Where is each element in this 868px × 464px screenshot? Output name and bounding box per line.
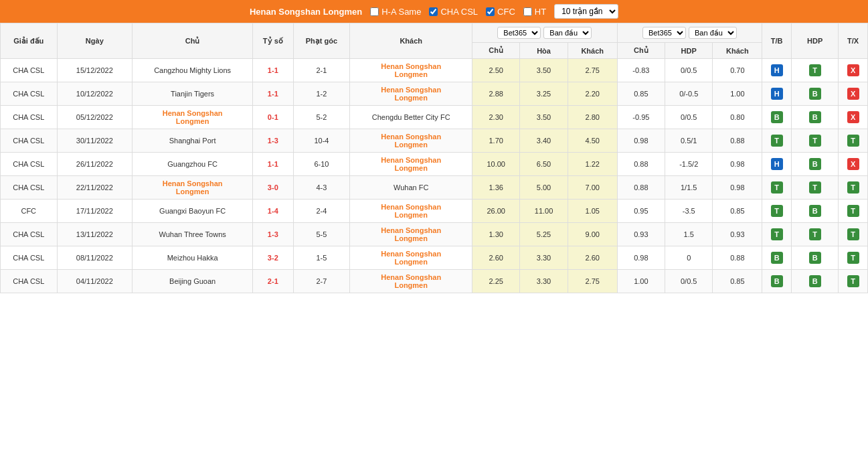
tb-badge: T	[771, 205, 783, 217]
table-row: CHA CSL 08/11/2022 Meizhou Hakka 3-2 1-5…	[1, 246, 868, 270]
col-phatgoc: Phạt góc	[293, 23, 350, 59]
home-cell: Cangzhou Mighty Lions	[133, 59, 253, 82]
team-name: Henan Songshan Longmen	[250, 7, 362, 17]
checkbox-ha-same[interactable]	[370, 7, 379, 16]
tx-badge: T	[847, 228, 859, 240]
odds1-hoa: 3.50	[520, 59, 568, 82]
away-cell: Henan SongshanLongmen	[350, 246, 472, 270]
corner-cell: 5-5	[293, 223, 350, 246]
home-cell: Guangxi Baoyun FC	[133, 200, 253, 223]
corner-cell: 2-1	[293, 59, 350, 82]
table-row: CHA CSL 22/11/2022 Henan SongshanLongmen…	[1, 176, 868, 200]
table-row: CHA CSL 10/12/2022 Tianjin Tigers 1-1 1-…	[1, 82, 868, 106]
type2-select[interactable]: Ban đầu	[689, 27, 737, 39]
filter-ha-same-label: H-A Same	[381, 7, 421, 17]
date-cell: 22/11/2022	[57, 176, 133, 200]
odds1-khach: 7.00	[568, 176, 617, 200]
tx-badge-cell: X	[839, 82, 868, 106]
tx-badge-cell: T	[839, 223, 868, 246]
odds2-chu: 0.85	[617, 82, 665, 106]
odds2-khach: 0.70	[713, 59, 762, 82]
tx-badge-cell: T	[839, 246, 868, 270]
odds1-hoa: 11.00	[520, 200, 568, 223]
home-cell: Tianjin Tigers	[133, 82, 253, 106]
tb-badge-cell: H	[762, 82, 792, 106]
tb-badge: B	[771, 111, 783, 123]
tb-badge-cell: B	[762, 270, 792, 293]
odds1-hoa: 3.30	[520, 270, 568, 293]
odds1-khach: 1.22	[568, 153, 617, 176]
checkbox-ht[interactable]	[523, 7, 532, 16]
odds2-chu: 0.98	[617, 246, 665, 270]
away-cell: Henan SongshanLongmen	[350, 153, 472, 176]
filter-cfc-label: CFC	[497, 7, 515, 17]
odds2-sub1: Chủ	[617, 43, 665, 59]
hdp-badge: T	[809, 64, 821, 76]
odds1-sub2: Hòa	[520, 43, 568, 59]
odds1-chu: 1.30	[472, 223, 520, 246]
tx-badge: X	[847, 64, 859, 76]
hdp-badge: T	[809, 228, 821, 240]
date-cell: 04/11/2022	[57, 270, 133, 293]
odds2-hdp: 1/1.5	[665, 176, 713, 200]
odds1-khach: 1.05	[568, 200, 617, 223]
odds1-chu: 2.25	[472, 270, 520, 293]
tb-badge-cell: T	[762, 129, 792, 153]
league-cell: CHA CSL	[1, 106, 58, 129]
hdp-badge-cell: B	[791, 106, 838, 129]
odds2-chu: 0.93	[617, 223, 665, 246]
odds1-hoa: 5.25	[520, 223, 568, 246]
away-cell: Henan SongshanLongmen	[350, 59, 472, 82]
odds2-hdp: 1.5	[665, 223, 713, 246]
odds2-hdp: 0/0.5	[665, 59, 713, 82]
filter-ha-same[interactable]: H-A Same	[370, 7, 421, 17]
tx-badge-cell: X	[839, 106, 868, 129]
corner-cell: 5-2	[293, 106, 350, 129]
hdp-badge: B	[809, 252, 821, 264]
tb-badge: T	[771, 228, 783, 240]
tb-badge: H	[771, 88, 783, 100]
tx-badge-cell: T	[839, 129, 868, 153]
hdp-badge: T	[809, 135, 821, 147]
filter-ht[interactable]: HT	[523, 7, 546, 17]
odds2-khach: 0.93	[713, 223, 762, 246]
home-cell: Wuhan Three Towns	[133, 223, 253, 246]
odds1-select[interactable]: Bet365	[497, 27, 541, 39]
checkbox-cha-csl[interactable]	[429, 7, 438, 16]
col-khach: Khách	[350, 23, 472, 59]
odds2-sub3: Khách	[713, 43, 762, 59]
score-cell: 1-1	[253, 59, 293, 82]
tx-badge-cell: T	[839, 200, 868, 223]
league-cell: CFC	[1, 200, 58, 223]
odds2-chu: 0.98	[617, 129, 665, 153]
odds2-select[interactable]: Bet365	[642, 27, 686, 39]
odds2-hdp: 0/0.5	[665, 270, 713, 293]
tb-badge-cell: H	[762, 153, 792, 176]
checkbox-cfc[interactable]	[486, 7, 495, 16]
odds1-sub1: Chủ	[472, 43, 520, 59]
recent-matches-select[interactable]: 10 trận gần	[554, 4, 618, 19]
col-tyso: Tỷ số	[253, 23, 293, 59]
date-cell: 15/12/2022	[57, 59, 133, 82]
date-cell: 13/11/2022	[57, 223, 133, 246]
tx-badge-cell: T	[839, 176, 868, 200]
away-cell: Henan SongshanLongmen	[350, 270, 472, 293]
odds1-hoa: 3.40	[520, 129, 568, 153]
tx-badge-cell: T	[839, 270, 868, 293]
top-bar: Henan Songshan Longmen H-A Same CHA CSL …	[0, 0, 868, 23]
date-cell: 10/12/2022	[57, 82, 133, 106]
odds1-hoa: 3.50	[520, 106, 568, 129]
odds2-hdp: 0.5/1	[665, 129, 713, 153]
score-cell: 3-2	[253, 246, 293, 270]
odds1-khach: 2.75	[568, 59, 617, 82]
type1-select[interactable]: Ban đầu	[543, 27, 592, 39]
filter-cfc[interactable]: CFC	[486, 7, 515, 17]
odds1-chu: 10.00	[472, 153, 520, 176]
odds2-hdp: -3.5	[665, 200, 713, 223]
away-cell: Henan SongshanLongmen	[350, 200, 472, 223]
filter-cha-csl[interactable]: CHA CSL	[429, 7, 478, 17]
tx-badge-cell: X	[839, 153, 868, 176]
away-cell: Chengdu Better City FC	[350, 106, 472, 129]
table-row: CHA CSL 05/12/2022 Henan SongshanLongmen…	[1, 106, 868, 129]
corner-cell: 4-3	[293, 176, 350, 200]
